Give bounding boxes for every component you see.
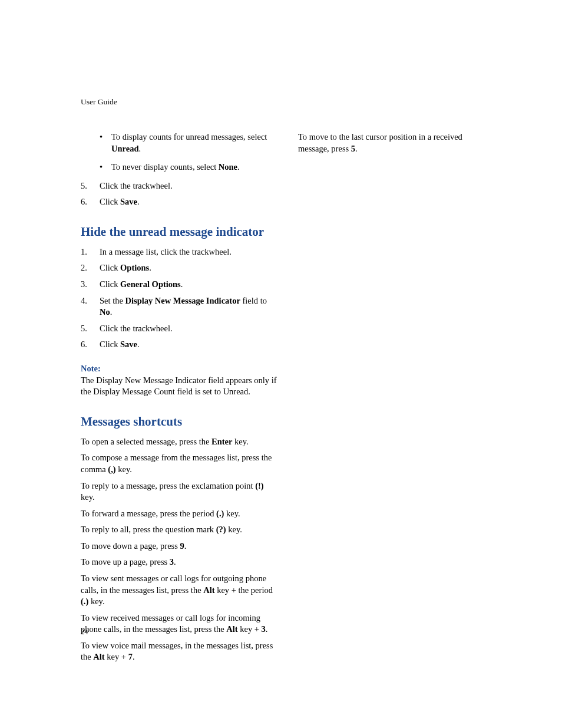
page-number: 24 <box>81 628 88 637</box>
note-body: The Display New Message Indicator field … <box>81 375 277 398</box>
two-column-layout: To display counts for unread messages, s… <box>81 131 494 668</box>
section-heading-shortcuts: Messages shortcuts <box>81 414 277 429</box>
list-item: In a message list, click the trackwheel. <box>81 246 277 258</box>
list-item: Click the trackwheel. <box>81 323 277 335</box>
bullet-list-top: To display counts for unread messages, s… <box>81 131 277 173</box>
body-text: To move up a page, press 3. <box>81 556 277 568</box>
body-text: To reply to a message, press the exclama… <box>81 480 277 503</box>
numbered-list-continued: Click the trackwheel. Click Save. <box>81 180 277 208</box>
section-heading-hide-indicator: Hide the unread message indicator <box>81 225 277 239</box>
body-text: To view voice mail messages, in the mess… <box>81 640 277 663</box>
left-column: To display counts for unread messages, s… <box>81 131 277 668</box>
list-item: To never display counts, select None. <box>81 162 277 173</box>
list-item: Click Save. <box>81 339 277 351</box>
page-header: User Guide <box>81 97 494 107</box>
body-text: To move to the last cursor position in a… <box>298 131 494 154</box>
body-text: To view sent messages or call logs for o… <box>81 573 277 608</box>
numbered-list-hide-indicator: In a message list, click the trackwheel.… <box>81 246 277 351</box>
list-item: Click the trackwheel. <box>81 180 277 192</box>
body-text: To reply to all, press the question mark… <box>81 524 277 536</box>
body-text: To open a selected message, press the En… <box>81 436 277 448</box>
body-text: To view received messages or call logs f… <box>81 612 277 635</box>
body-text: To compose a message from the messages l… <box>81 452 277 475</box>
list-item: Set the Display New Message Indicator fi… <box>81 295 277 318</box>
list-item: Click Options. <box>81 262 277 274</box>
note-label: Note: <box>81 364 277 374</box>
list-item: Click Save. <box>81 196 277 208</box>
list-item: To display counts for unread messages, s… <box>81 131 277 154</box>
right-column: To move to the last cursor position in a… <box>298 131 494 668</box>
body-text: To move down a page, press 9. <box>81 541 277 552</box>
body-text: To forward a message, press the period (… <box>81 508 277 520</box>
list-item: Click General Options. <box>81 279 277 291</box>
document-page: User Guide To display counts for unread … <box>0 0 562 728</box>
